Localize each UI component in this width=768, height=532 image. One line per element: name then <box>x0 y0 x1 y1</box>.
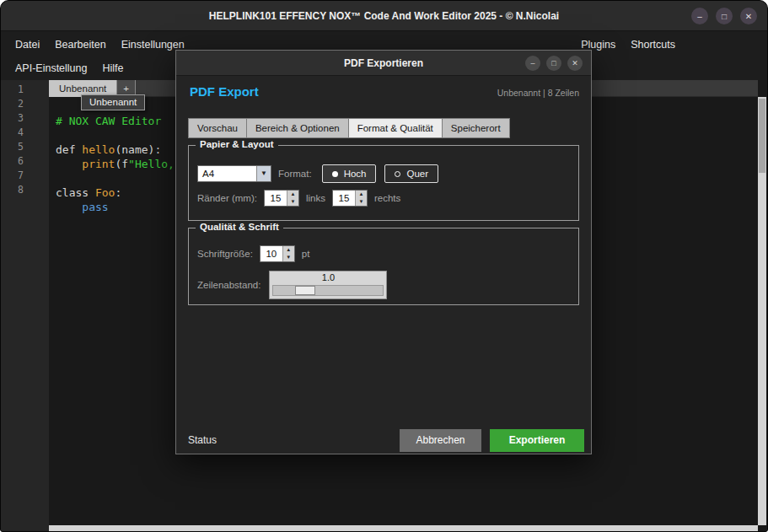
orientation-option-hoch[interactable]: Hoch <box>322 164 377 183</box>
menu-item-api-einstellung[interactable]: API-Einstellung <box>8 60 94 77</box>
orientation-label: Quer <box>406 169 428 179</box>
maximize-button[interactable]: □ <box>716 8 733 24</box>
window-controls: – □ ✕ <box>691 8 757 24</box>
paper-layout-group: Papier & Layout A4 ▼ Format: HochQuer Rä… <box>188 145 579 221</box>
close-button[interactable]: ✕ <box>740 8 757 24</box>
margins-label: Ränder (mm): <box>197 193 257 203</box>
horizontal-scrollbar[interactable] <box>49 525 758 531</box>
window-title: HELPLINK101 EFFENCY NOX™ Code And Work E… <box>1 1 767 30</box>
dialog-minimize-button[interactable]: – <box>525 56 540 71</box>
menu-item-bearbeiten[interactable]: Bearbeiten <box>47 36 113 53</box>
spinner-buttons: ▲▼ <box>355 191 367 206</box>
slider-trough[interactable] <box>272 285 384 296</box>
paper-size-value: A4 <box>198 166 256 181</box>
line-number-gutter: 12345678 <box>1 80 49 531</box>
margin-right-suffix: rechts <box>374 193 400 203</box>
dialog-tab-format-qualit-t[interactable]: Format & Qualität <box>349 118 443 138</box>
menu-item-datei[interactable]: Datei <box>8 36 47 53</box>
code-token: # NOX CAW Editor <box>56 115 161 127</box>
spin-up-icon[interactable]: ▲ <box>287 191 298 198</box>
group-title: Qualität & Schrift <box>196 222 283 232</box>
footer-buttons: Abbrechen Exportieren <box>400 429 584 452</box>
line-number: 8 <box>1 183 49 197</box>
margin-right-spinner[interactable]: 15 ▲▼ <box>332 190 368 207</box>
code-token <box>56 158 82 170</box>
tab-tooltip: Unbenannt <box>81 94 145 110</box>
spinner-buttons: ▲▼ <box>282 246 294 261</box>
dialog-header: PDF Export Unbenannt | 8 Zeilen <box>190 84 579 99</box>
file-info: Unbenannt | 8 Zeilen <box>497 88 579 98</box>
line-spacing-slider[interactable]: 1.0 <box>269 271 387 299</box>
slider-value: 1.0 <box>270 271 386 285</box>
spinner-value: 15 <box>265 191 287 206</box>
orientation-options: HochQuer <box>322 164 438 183</box>
font-size-row: Schriftgröße: 10 ▲▼ pt <box>197 245 570 262</box>
pdf-export-dialog: PDF Exportieren – □ ✕ PDF Export Unbenan… <box>175 50 592 454</box>
font-size-suffix: pt <box>302 249 310 259</box>
radio-dot-icon <box>332 171 338 177</box>
code-token <box>56 201 82 213</box>
code-token: (name): <box>115 143 161 156</box>
cancel-button[interactable]: Abbrechen <box>400 429 481 452</box>
spin-up-icon[interactable]: ▲ <box>283 246 294 254</box>
dialog-titlebar[interactable]: PDF Exportieren – □ ✕ <box>176 51 591 76</box>
line-number: 1 <box>1 83 49 97</box>
line-spacing-row: Zeilenabstand: 1.0 <box>197 271 570 299</box>
line-number: 5 <box>1 140 49 154</box>
dialog-window-controls: – □ ✕ <box>525 56 583 71</box>
paper-size-select[interactable]: A4 ▼ <box>197 165 271 182</box>
menu-item-shortcuts[interactable]: Shortcuts <box>623 36 683 53</box>
app-window: HELPLINK101 EFFENCY NOX™ Code And Work E… <box>0 0 768 532</box>
line-number: 7 <box>1 169 49 183</box>
spin-up-icon[interactable]: ▲ <box>356 191 367 198</box>
dialog-maximize-button[interactable]: □ <box>546 56 561 71</box>
spin-down-icon[interactable]: ▼ <box>287 198 298 206</box>
spinner-value: 15 <box>333 191 355 206</box>
slider-handle[interactable] <box>295 286 315 295</box>
status-label: Status <box>188 434 217 446</box>
vertical-scrollbar[interactable] <box>758 97 766 525</box>
code-token: Foo <box>95 186 115 199</box>
margin-left-spinner[interactable]: 15 ▲▼ <box>264 190 299 207</box>
code-token: : <box>115 186 121 199</box>
orientation-option-quer[interactable]: Quer <box>384 164 438 183</box>
line-number: 3 <box>1 111 49 126</box>
line-number: 2 <box>1 97 49 111</box>
minimize-button[interactable]: – <box>691 8 708 24</box>
code-token: pass <box>82 201 108 213</box>
line-number: 4 <box>1 126 49 140</box>
menu-item-hilfe[interactable]: Hilfe <box>94 60 131 77</box>
orientation-label: Hoch <box>344 169 367 179</box>
group-title: Papier & Layout <box>196 139 278 149</box>
font-size-spinner[interactable]: 10 ▲▼ <box>260 245 295 262</box>
dialog-close-button[interactable]: ✕ <box>567 56 583 71</box>
format-label: Format: <box>278 169 312 179</box>
spinner-value: 10 <box>260 246 282 261</box>
code-token: (f <box>115 158 128 170</box>
dialog-tab-speicherort[interactable]: Speicherort <box>443 118 510 138</box>
spinner-buttons: ▲▼ <box>287 191 298 206</box>
titlebar[interactable]: HELPLINK101 EFFENCY NOX™ Code And Work E… <box>1 1 767 31</box>
font-size-label: Schriftgröße: <box>197 249 253 259</box>
export-button[interactable]: Exportieren <box>490 429 584 452</box>
scrollbar-thumb[interactable] <box>759 99 765 173</box>
code-token: hello <box>82 143 115 156</box>
code-token: def <box>56 143 82 156</box>
line-spacing-label: Zeilenabstand: <box>197 280 260 290</box>
spin-down-icon[interactable]: ▼ <box>283 254 294 261</box>
code-token: print <box>82 158 115 170</box>
dialog-footer: Status Abbrechen Exportieren <box>188 428 584 452</box>
code-token: class <box>56 186 95 199</box>
quality-font-group: Qualität & Schrift Schriftgröße: 10 ▲▼ p… <box>188 228 579 305</box>
radio-dot-icon <box>395 171 400 177</box>
line-number: 6 <box>1 154 49 169</box>
paper-format-row: A4 ▼ Format: HochQuer <box>197 164 570 183</box>
spin-down-icon[interactable]: ▼ <box>356 198 367 206</box>
dialog-tab-vorschau[interactable]: Vorschau <box>188 118 247 138</box>
dialog-tabs: VorschauBereich & OptionenFormat & Quali… <box>188 118 510 138</box>
chevron-down-icon[interactable]: ▼ <box>256 166 271 181</box>
margins-row: Ränder (mm): 15 ▲▼ links 15 ▲▼ rechts <box>197 190 570 207</box>
margin-left-suffix: links <box>306 193 325 203</box>
dialog-tab-bereich-optionen[interactable]: Bereich & Optionen <box>247 118 349 138</box>
menubar-left-items: DateiBearbeitenEinstellungen <box>8 36 192 53</box>
